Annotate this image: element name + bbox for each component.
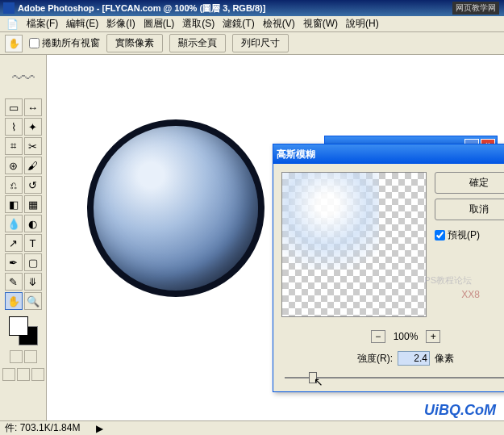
gaussian-blur-dialog: 高斯模糊 × 確定 取消 預視(P) − 100% + xyxy=(273,144,504,392)
watermark-bottom: UiBQ.CoM xyxy=(424,402,496,419)
dialog-body: 確定 取消 預視(P) xyxy=(273,164,504,325)
menu-select[interactable]: 選取(S) xyxy=(179,15,218,32)
quickmask-mode[interactable] xyxy=(24,350,37,363)
watermark-mid: XX8 xyxy=(461,289,480,300)
tool-marquee[interactable]: ▭ xyxy=(5,98,23,116)
screen-full-menu[interactable] xyxy=(17,368,30,381)
workspace: 〰 ▭ ↔ ⌇ ✦ ⌗ ✂ ⊛ 🖌 ⎌ ↺ ◧ ▦ 💧 ◐ ↗ T ✒ ▢ ✎ … xyxy=(0,55,504,420)
dialog-titlebar[interactable]: 高斯模糊 × xyxy=(273,144,504,164)
tool-blur[interactable]: 💧 xyxy=(5,215,23,232)
tool-notes[interactable]: ✎ xyxy=(5,273,23,291)
tool-grid: ▭ ↔ ⌇ ✦ ⌗ ✂ ⊛ 🖌 ⎌ ↺ ◧ ▦ 💧 ◐ ↗ T ✒ ▢ ✎ ⤋ … xyxy=(5,98,42,310)
radius-input[interactable] xyxy=(398,351,430,366)
scroll-all-label: 捲動所有視窗 xyxy=(42,36,100,50)
radius-slider[interactable]: ↖ xyxy=(285,372,504,383)
dialog-title: 高斯模糊 xyxy=(277,148,315,161)
zoom-in-button[interactable]: + xyxy=(426,330,440,343)
tool-shape[interactable]: ▢ xyxy=(24,253,42,271)
tool-gradient[interactable]: ▦ xyxy=(24,195,42,213)
standard-mode[interactable] xyxy=(10,350,23,363)
status-bar: 件: 703.1K/1.84M ▶ xyxy=(0,420,504,435)
tool-type[interactable]: T xyxy=(24,234,42,252)
menubar: 📄 檔案(F) 編輯(E) 影像(I) 圖層(L) 選取(S) 濾鏡(T) 檢視… xyxy=(0,16,504,32)
slider-thumb[interactable] xyxy=(309,372,317,383)
actual-pixels-button[interactable]: 實際像素 xyxy=(106,34,163,52)
doc-size: 件: 703.1K/1.84M xyxy=(5,421,80,435)
preview-checkbox[interactable]: 預視(P) xyxy=(435,228,504,242)
artwork-sphere xyxy=(87,119,264,297)
tool-eraser[interactable]: ◧ xyxy=(5,195,23,213)
print-size-button[interactable]: 列印尺寸 xyxy=(232,34,289,52)
menu-filter[interactable]: 濾鏡(T) xyxy=(219,15,257,32)
cancel-button[interactable]: 取消 xyxy=(435,199,504,220)
radius-label: 強度(R): xyxy=(357,352,393,366)
status-arrow-icon[interactable]: ▶ xyxy=(96,423,103,434)
quickmask-row xyxy=(10,350,37,363)
scroll-all-input[interactable] xyxy=(29,38,40,48)
tool-wand[interactable]: ✦ xyxy=(24,118,42,136)
tool-history[interactable]: ↺ xyxy=(24,176,42,194)
watermark-mid2: PS教程论坛 xyxy=(424,274,472,287)
watermark-top: 网页教学网 xyxy=(452,2,499,15)
menu-image[interactable]: 影像(I) xyxy=(103,15,138,32)
screen-full[interactable] xyxy=(31,368,44,381)
preview-label: 預視(P) xyxy=(448,228,480,242)
tool-brush[interactable]: 🖌 xyxy=(24,157,42,174)
doc-icon: 📄 xyxy=(3,17,22,31)
tool-crop[interactable]: ⌗ xyxy=(5,137,23,155)
tool-slice[interactable]: ✂ xyxy=(24,137,42,155)
slider-track xyxy=(285,377,504,379)
menu-layer[interactable]: 圖層(L) xyxy=(140,15,178,32)
tool-path[interactable]: ↗ xyxy=(5,234,23,252)
tool-move[interactable]: ↔ xyxy=(24,98,42,116)
tool-dodge[interactable]: ◐ xyxy=(24,215,42,232)
options-bar: ✋ 捲動所有視窗 實際像素 顯示全頁 列印尺寸 xyxy=(0,32,504,55)
radius-row: 強度(R): 像素 xyxy=(273,348,504,369)
tool-lasso[interactable]: ⌇ xyxy=(5,118,23,136)
foreground-color[interactable] xyxy=(9,316,28,336)
color-swatches[interactable] xyxy=(9,316,38,345)
tool-stamp[interactable]: ⎌ xyxy=(5,176,23,194)
zoom-value: 100% xyxy=(394,331,419,342)
canvas-area[interactable]: _ × 高斯模糊 × 確定 取消 預視(P) xyxy=(47,55,504,420)
ok-button[interactable]: 確定 xyxy=(435,172,504,194)
preview-checkbox-input[interactable] xyxy=(435,230,445,241)
radius-unit: 像素 xyxy=(435,352,454,366)
app-icon xyxy=(3,2,15,14)
toolbox: 〰 ▭ ↔ ⌇ ✦ ⌗ ✂ ⊛ 🖌 ⎌ ↺ ◧ ▦ 💧 ◐ ↗ T ✒ ▢ ✎ … xyxy=(0,55,47,420)
tool-heal[interactable]: ⊛ xyxy=(5,157,23,174)
current-tool-icon[interactable]: ✋ xyxy=(5,35,23,52)
ps-logo-icon: 〰 xyxy=(7,58,40,98)
menu-view[interactable]: 檢視(V) xyxy=(260,15,298,32)
zoom-controls: − 100% + xyxy=(273,330,504,343)
screenmode-row xyxy=(2,368,44,381)
menu-window[interactable]: 視窗(W) xyxy=(300,15,341,32)
tool-hand[interactable]: ✋ xyxy=(5,292,23,310)
dialog-preview[interactable] xyxy=(281,172,427,317)
scroll-all-checkbox[interactable]: 捲動所有視窗 xyxy=(29,36,100,50)
tool-zoom[interactable]: 🔍 xyxy=(24,292,42,310)
app-titlebar: Adobe Photoshop - [FLYCAN.com @ 100% (圖層… xyxy=(0,0,504,16)
menu-edit[interactable]: 編輯(E) xyxy=(63,15,102,32)
screen-standard[interactable] xyxy=(2,368,15,381)
menu-help[interactable]: 說明(H) xyxy=(343,15,382,32)
tool-pen[interactable]: ✒ xyxy=(5,253,23,271)
app-title: Adobe Photoshop - [FLYCAN.com @ 100% (圖層… xyxy=(18,2,501,15)
zoom-out-button[interactable]: − xyxy=(371,330,385,343)
menu-file[interactable]: 檔案(F) xyxy=(23,15,61,32)
tool-eyedrop[interactable]: ⤋ xyxy=(24,273,42,291)
fit-screen-button[interactable]: 顯示全頁 xyxy=(169,34,226,52)
